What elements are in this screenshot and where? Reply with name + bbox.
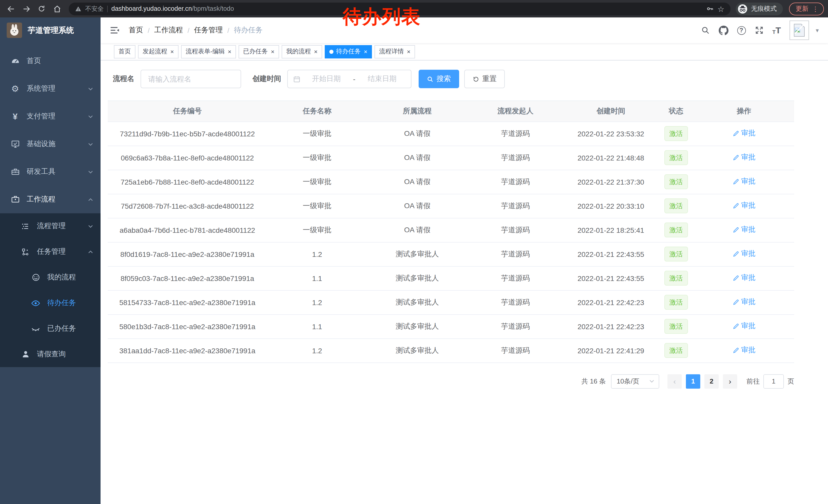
- sidebar-item-label: 系统管理: [27, 84, 81, 93]
- search-icon[interactable]: [701, 26, 710, 35]
- created-cell: 2022-01-22 21:37:30: [564, 170, 658, 194]
- approve-link[interactable]: 审批: [733, 153, 756, 162]
- sidebar-item-my-processes[interactable]: 我的流程: [0, 265, 100, 290]
- github-icon[interactable]: [718, 26, 728, 35]
- sidebar-item-home[interactable]: 首页: [0, 47, 100, 75]
- pagination-prev-button[interactable]: ‹: [667, 374, 682, 388]
- approve-link[interactable]: 审批: [733, 346, 756, 355]
- task-name-cell: 1.2: [267, 242, 367, 266]
- tab-close-icon[interactable]: ×: [364, 48, 367, 55]
- browser-update-button[interactable]: 更新 ⋮: [789, 2, 824, 15]
- tab-待办任务[interactable]: 待办任务×: [325, 45, 372, 58]
- table-row: 580e1b3d-7ac8-11ec-a9e2-a2380e71991a1.1测…: [108, 314, 794, 338]
- pagination-page-2[interactable]: 2: [704, 374, 719, 388]
- app-frame: 芋道管理系统 首页 ⚙ 系统管理 ¥ 支付管理: [0, 17, 828, 504]
- approve-link[interactable]: 审批: [733, 322, 756, 331]
- pagination-pages: 12: [684, 374, 721, 388]
- help-icon[interactable]: ?: [737, 26, 746, 35]
- avatar[interactable]: [790, 20, 809, 40]
- app-logo[interactable]: 芋道管理系统: [0, 17, 100, 43]
- incognito-icon: [738, 4, 747, 13]
- sidebar-item-done-tasks[interactable]: 已办任务: [0, 316, 100, 341]
- approve-link[interactable]: 审批: [733, 274, 756, 283]
- sidebar-item-process-management[interactable]: 流程管理: [0, 213, 100, 239]
- tab-流程表单-编辑[interactable]: 流程表单-编辑×: [181, 45, 236, 58]
- password-key-icon[interactable]: [706, 5, 714, 13]
- flow-nodes-icon: [20, 247, 30, 256]
- font-size-icon[interactable]: TT: [772, 26, 781, 35]
- tab-发起流程[interactable]: 发起流程×: [138, 45, 178, 58]
- create-time-range-picker[interactable]: 开始日期 - 结束日期: [287, 70, 411, 88]
- approve-label: 审批: [741, 177, 756, 186]
- address-bar[interactable]: 不安全 dashboard.yudao.iocoder.cn/bpm/task/…: [69, 2, 731, 15]
- sidebar-item-label: 支付管理: [27, 112, 81, 121]
- select-caret-icon: [649, 378, 655, 384]
- initiator-cell: 芋道源码: [467, 170, 564, 194]
- eye-closed-icon: [31, 324, 41, 333]
- pagination-next-button[interactable]: ›: [723, 374, 737, 388]
- page-jump-input[interactable]: [763, 374, 784, 388]
- bookmark-star-icon[interactable]: ☆: [717, 5, 724, 12]
- tab-首页[interactable]: 首页: [114, 45, 135, 58]
- tab-close-icon[interactable]: ×: [407, 48, 410, 55]
- sidebar-item-task-management[interactable]: 任务管理: [0, 239, 100, 265]
- goto-label: 前往: [746, 377, 760, 386]
- tab-close-icon[interactable]: ×: [170, 48, 174, 55]
- update-label: 更新: [796, 4, 809, 13]
- avatar-caret-icon[interactable]: ▼: [815, 28, 820, 33]
- approve-link[interactable]: 审批: [733, 177, 756, 186]
- tab-label: 已办任务: [243, 47, 268, 56]
- initiator-cell: 芋道源码: [467, 122, 564, 146]
- status-cell: 激活: [658, 242, 694, 266]
- search-button[interactable]: 搜索: [419, 70, 459, 88]
- table-row: 75d72608-7b7f-11ec-a3c8-acde48001122一级审批…: [108, 194, 794, 218]
- security-warning-icon[interactable]: [75, 5, 82, 12]
- task-name-cell: 1.1: [267, 266, 367, 290]
- sidebar-item-payment[interactable]: ¥ 支付管理: [0, 102, 100, 130]
- tab-close-icon[interactable]: ×: [271, 48, 275, 55]
- status-badge: 激活: [664, 295, 688, 310]
- sidebar-item-infrastructure[interactable]: 基础设施: [0, 130, 100, 158]
- browser-back-button[interactable]: [4, 2, 17, 15]
- tab-close-icon[interactable]: ×: [314, 48, 318, 55]
- breadcrumb-workflow[interactable]: 工作流程: [154, 26, 183, 35]
- tab-close-icon[interactable]: ×: [228, 48, 232, 55]
- col-initiator: 流程发起人: [467, 101, 564, 122]
- browser-home-button[interactable]: [50, 2, 64, 15]
- pagination: 共 16 条 10条/页 ‹ 12 › 前往 页: [108, 374, 794, 388]
- created-cell: 2022-01-22 18:25:41: [564, 218, 658, 242]
- task-id-cell: 381aa1dd-7ac8-11ec-a9e2-a2380e71991a: [108, 338, 267, 363]
- reset-button[interactable]: 重置: [464, 70, 505, 88]
- action-cell: 审批: [694, 218, 794, 242]
- pagination-page-1[interactable]: 1: [686, 374, 700, 388]
- process-name-input[interactable]: [140, 70, 241, 88]
- sidebar-item-system[interactable]: ⚙ 系统管理: [0, 75, 100, 102]
- browser-reload-button[interactable]: [35, 2, 48, 15]
- search-icon: [427, 76, 433, 82]
- breadcrumb-home[interactable]: 首页: [129, 26, 143, 35]
- filter-bar: 流程名 创建时间 开始日期 - 结束日期 搜索: [113, 70, 828, 88]
- tab-已办任务[interactable]: 已办任务×: [239, 45, 279, 58]
- tab-我的流程[interactable]: 我的流程×: [282, 45, 322, 58]
- tags-view: 首页发起流程×流程表单-编辑×已办任务×我的流程×待办任务×流程详情×: [100, 43, 828, 60]
- tab-label: 待办任务: [336, 47, 361, 56]
- browser-forward-button[interactable]: [19, 2, 33, 15]
- page-size-select[interactable]: 10条/页: [611, 374, 659, 388]
- tab-流程详情[interactable]: 流程详情×: [374, 45, 415, 58]
- sidebar-item-todo-tasks[interactable]: 待办任务: [0, 290, 100, 316]
- approve-link[interactable]: 审批: [733, 201, 756, 211]
- sidebar-item-devtools[interactable]: 研发工具: [0, 158, 100, 186]
- sidebar-item-workflow[interactable]: 工作流程: [0, 186, 100, 213]
- approve-link[interactable]: 审批: [733, 249, 756, 259]
- sidebar-toggle[interactable]: [110, 25, 120, 35]
- approve-label: 审批: [741, 274, 756, 283]
- approve-link[interactable]: 审批: [733, 297, 756, 307]
- fullscreen-icon[interactable]: [754, 26, 763, 35]
- approve-link[interactable]: 审批: [733, 225, 756, 235]
- breadcrumb-task-management[interactable]: 任务管理: [194, 26, 223, 35]
- sidebar-item-leave-query[interactable]: 请假查询: [0, 341, 100, 367]
- chevron-down-icon: [88, 223, 93, 229]
- app-title: 芋道管理系统: [28, 26, 74, 35]
- browser-menu-icon[interactable]: ⋮: [812, 5, 819, 12]
- approve-link[interactable]: 审批: [733, 129, 756, 138]
